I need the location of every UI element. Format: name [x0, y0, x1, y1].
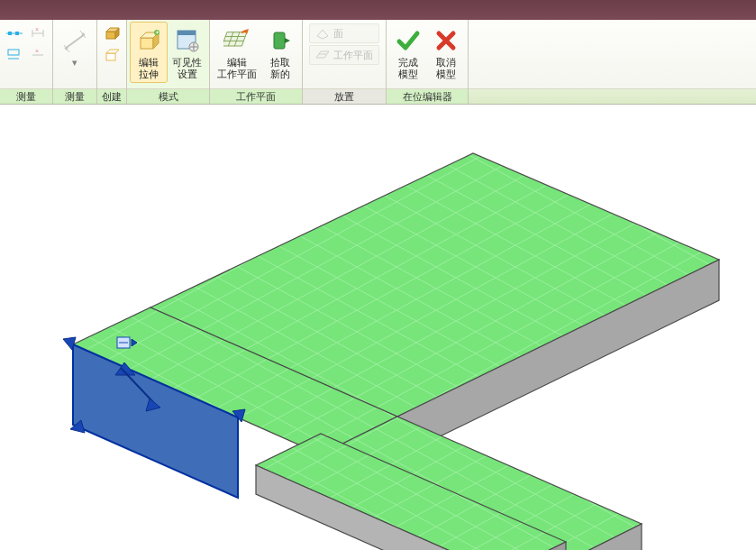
- edit-workplane-label: 编辑 工作平面: [217, 57, 257, 80]
- svg-line-11: [65, 34, 85, 49]
- finish-model-label: 完成 模型: [398, 57, 418, 80]
- visibility-settings-button[interactable]: 可见性 设置: [168, 22, 206, 83]
- pick-new-button[interactable]: 拾取 新的: [261, 22, 299, 83]
- group-label-editor: 在位编辑器: [387, 88, 468, 104]
- place-face-label: 面: [333, 27, 343, 41]
- pick-new-label: 拾取 新的: [270, 57, 290, 80]
- ribbon-group-workplane: 编辑 工作平面 拾取 新的 工作平面: [210, 20, 303, 104]
- dimension-x2-button: ×: [28, 45, 48, 65]
- grid-icon: [223, 26, 251, 55]
- workplane-small-icon: [315, 49, 330, 61]
- svg-rect-36: [274, 32, 285, 49]
- ribbon-group-measure: × × 测量: [0, 20, 53, 104]
- edit-extrude-icon: ✦: [134, 26, 163, 55]
- ribbon-tail: [469, 88, 756, 104]
- finish-model-button[interactable]: 完成 模型: [389, 22, 427, 83]
- svg-rect-19: [106, 53, 115, 60]
- pick-new-icon: [266, 26, 295, 55]
- visibility-icon: [173, 26, 202, 55]
- svg-marker-38: [317, 30, 328, 39]
- group-label-mode: 模式: [127, 88, 209, 104]
- svg-marker-37: [285, 38, 290, 43]
- ribbon-group-mode: ✦ 编辑 拉伸 可见性 设置 模式: [127, 20, 210, 104]
- align-panel-button[interactable]: [5, 45, 24, 65]
- ribbon-group-place: 面 工作平面 放置: [303, 20, 387, 104]
- svg-text:×: ×: [35, 26, 39, 32]
- cancel-model-label: 取消 模型: [436, 57, 456, 80]
- model-viewport[interactable]: [0, 105, 756, 550]
- place-workplane-label: 工作平面: [333, 49, 373, 62]
- window-titlebar: [0, 0, 756, 20]
- group-label-workplane: 工作平面: [210, 88, 302, 104]
- ribbon: × × 测量 ▾ 测量: [0, 20, 756, 105]
- place-workplane-button: 工作平面: [309, 45, 379, 65]
- dimension-x-button: ×: [28, 23, 48, 43]
- svg-rect-3: [8, 50, 19, 55]
- svg-rect-16: [106, 32, 115, 39]
- extrude-button[interactable]: [102, 23, 122, 43]
- group-label-create: 创建: [97, 88, 126, 104]
- group-label-measure: 测量: [0, 88, 52, 104]
- visibility-label: 可见性 设置: [172, 57, 202, 80]
- svg-marker-20: [106, 50, 119, 53]
- face-icon: [315, 27, 330, 40]
- svg-text:×: ×: [35, 48, 39, 54]
- place-face-button: 面: [309, 23, 379, 43]
- svg-text:✦: ✦: [155, 30, 159, 35]
- ribbon-group-measure-tall: ▾ 测量: [53, 20, 97, 104]
- x-icon: [432, 26, 460, 55]
- edit-extrude-label: 编辑 拉伸: [139, 57, 159, 80]
- void-extrude-button[interactable]: [102, 45, 122, 65]
- svg-rect-27: [178, 31, 196, 35]
- measure-dimension-button: ▾: [56, 22, 94, 71]
- align-dimension-button[interactable]: [5, 23, 24, 43]
- group-label-place: 放置: [303, 88, 386, 104]
- ribbon-group-create: 创建: [97, 20, 127, 104]
- svg-rect-21: [141, 38, 153, 49]
- check-icon: [394, 26, 423, 55]
- edit-workplane-button[interactable]: 编辑 工作平面: [213, 22, 261, 83]
- group-label-measure2: 测量: [53, 88, 96, 104]
- edit-extrude-button[interactable]: ✦ 编辑 拉伸: [130, 22, 168, 83]
- measure-caret: ▾: [72, 57, 77, 69]
- ribbon-group-editor: 完成 模型 取消 模型 在位编辑器: [387, 20, 469, 104]
- cancel-model-button[interactable]: 取消 模型: [427, 22, 465, 83]
